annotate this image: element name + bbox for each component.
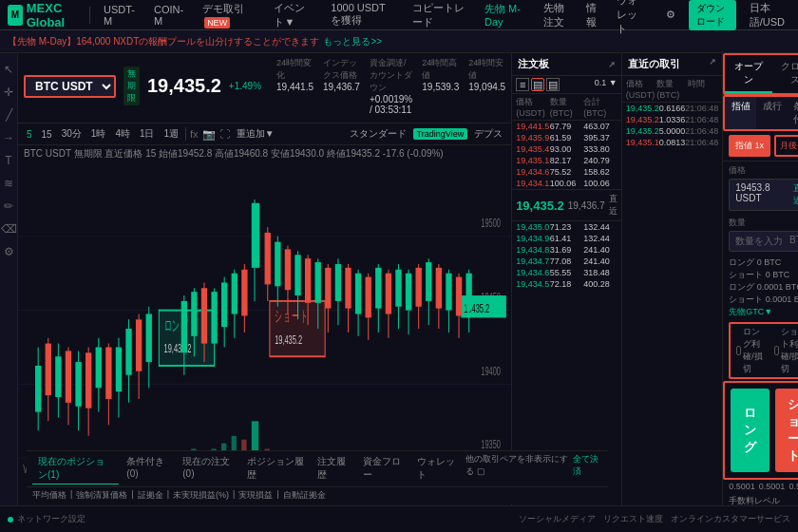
- ob-ask-row[interactable]: 19,435.4 93.00 333.80: [512, 143, 621, 155]
- text-tool-icon[interactable]: T: [0, 152, 17, 169]
- ob-depth-both[interactable]: ≡: [516, 78, 529, 91]
- btab-pos-history[interactable]: ポジション履歴: [241, 453, 310, 484]
- btab-fund-flow[interactable]: 資金フロー: [357, 453, 409, 484]
- tradingview-badge: TradingView: [413, 128, 468, 140]
- order-time-btn-2[interactable]: 月後 1x: [774, 135, 798, 157]
- eraser-icon[interactable]: ⌫: [0, 220, 17, 238]
- nav-item-lang[interactable]: 日本語/USD: [744, 1, 790, 29]
- rt-row[interactable]: 19,435.2 0.6166 21:06:48: [622, 103, 723, 114]
- hide-other-pairs[interactable]: 他の取引ペアを非表示にする ▢: [466, 453, 571, 484]
- checkbox-short-tp[interactable]: ショート利確/損切: [774, 326, 798, 375]
- nav-item-promo[interactable]: 1000 USDTを獲得: [325, 2, 399, 28]
- line-tool-icon[interactable]: ╱: [0, 106, 17, 124]
- tab-conditional[interactable]: 条件付き: [788, 97, 798, 129]
- brush-tool-icon[interactable]: ✏: [0, 198, 17, 215]
- ob-expand[interactable]: ↗: [608, 60, 616, 69]
- qty-input[interactable]: 数量を入力 BTC: [729, 231, 798, 252]
- footer-support[interactable]: オンラインカスタマーサービス: [671, 513, 790, 525]
- order-time-btn-1[interactable]: 指値 1x: [729, 135, 770, 157]
- svg-rect-77: [366, 277, 371, 318]
- ob-bid-row[interactable]: 19,434.6 55.55 318.48: [512, 267, 621, 278]
- long-button[interactable]: ロング: [731, 389, 769, 472]
- time-btn-1d[interactable]: 1日: [137, 126, 158, 142]
- checkbox-long-tp[interactable]: ロング利確/損切: [736, 326, 766, 375]
- gtc-dropdown[interactable]: 先物GTC▼: [729, 306, 798, 318]
- time-btn-1h[interactable]: 1時: [88, 126, 109, 142]
- fullscreen-icon[interactable]: ⛶: [219, 128, 230, 140]
- short-button[interactable]: ショート: [775, 389, 798, 472]
- tab-limit[interactable]: 指値: [725, 97, 756, 129]
- order-type-tabs: 指値 成行 条件付き: [723, 95, 798, 131]
- depth-btn[interactable]: デプス: [471, 126, 505, 142]
- checkbox-row: ロング利確/損切 ショート利確/損切: [729, 322, 798, 379]
- rt-row[interactable]: 19,435.1 0.0813 21:06:48: [622, 137, 723, 148]
- ob-bid-row[interactable]: 19,434.7 77.08 241.40: [512, 256, 621, 267]
- nav-item-event[interactable]: イベント▼: [268, 1, 317, 29]
- screenshot-icon[interactable]: 📷: [202, 128, 216, 141]
- checkbox-short-icon[interactable]: [774, 346, 779, 355]
- view-mode[interactable]: スタンダード: [347, 126, 409, 142]
- ob-bid-row[interactable]: 19,434.9 61.41 132.44: [512, 233, 621, 244]
- svg-rect-25: [116, 348, 122, 392]
- bottom-sub-row: 平均価格 | 強制清算価格 | 証拠金 | 未実現損益(%) | 実現損益 | …: [27, 487, 608, 504]
- ob-ask-row[interactable]: 19,434.6 75.52 158.62: [512, 166, 621, 178]
- nav-item-wallet[interactable]: ウォレット: [611, 0, 652, 36]
- ob-precision[interactable]: 0.1 ▼: [595, 78, 618, 91]
- indicator-icon[interactable]: fx: [190, 128, 199, 140]
- cursor-icon[interactable]: ↖: [0, 61, 17, 78]
- fib-tool-icon[interactable]: ≋: [0, 175, 17, 192]
- footer-social[interactable]: ソーシャルメディア: [519, 513, 596, 525]
- btab-conditional[interactable]: 条件付き(0): [121, 453, 175, 484]
- ob-depth-bids[interactable]: ▤: [546, 78, 560, 91]
- nav-item-usdt-m[interactable]: USDT-M: [98, 4, 141, 27]
- checkbox-long-icon[interactable]: [736, 346, 741, 355]
- btab-order-history[interactable]: 注文履歴: [312, 453, 355, 484]
- network-settings[interactable]: ネットワーク設定: [17, 513, 86, 525]
- rt-row[interactable]: 19,435.2 1.0336 21:06:48: [622, 114, 723, 125]
- settings-icon[interactable]: ⚙: [0, 243, 17, 260]
- time-btn-15[interactable]: 15: [39, 128, 55, 141]
- download-button[interactable]: ダウンロード: [689, 0, 736, 30]
- svg-rect-95: [456, 277, 462, 316]
- rt-row[interactable]: 19,435.2 5.0000 21:06:48: [622, 125, 723, 137]
- pair-selector[interactable]: BTC USDT: [24, 75, 116, 98]
- tab-market[interactable]: 成行: [756, 97, 788, 129]
- time-btn-30[interactable]: 30分: [59, 126, 85, 142]
- ray-tool-icon[interactable]: →: [0, 129, 17, 146]
- nav-item-settings[interactable]: ⚙: [660, 9, 681, 21]
- ob-ask-row[interactable]: 19,435.1 82.17 240.79: [512, 155, 621, 166]
- time-btn-4h[interactable]: 4時: [112, 126, 133, 142]
- ob-bid-row[interactable]: 19,434.8 31.69 241.40: [512, 244, 621, 256]
- clear-all[interactable]: 全て決済: [573, 453, 602, 484]
- btab-wallet[interactable]: ウォレット: [411, 453, 464, 484]
- nav-item-mday[interactable]: 先物 M-Day: [479, 2, 530, 28]
- nav-item-copy[interactable]: コピートレード: [407, 1, 471, 29]
- svg-rect-21: [96, 348, 102, 389]
- rt-expand[interactable]: ↗: [709, 57, 716, 71]
- svg-text:ショート: ショート: [275, 309, 308, 325]
- nav-item-demo[interactable]: デモ取引 NEW: [197, 2, 260, 28]
- crosshair-icon[interactable]: ✛: [0, 84, 17, 101]
- price-input[interactable]: 19453.8 USDT 直近: [729, 179, 798, 211]
- nav-item-futures-order[interactable]: 先物注文: [538, 1, 573, 29]
- tab-close[interactable]: クローズ: [772, 55, 798, 93]
- price-last[interactable]: 直近: [793, 182, 798, 207]
- ob-ask-row[interactable]: 19,434.1 100.06 100.06: [512, 178, 621, 189]
- time-btn-1w[interactable]: 1週: [162, 126, 182, 142]
- ob-ask-row[interactable]: 19,435.9 61.59 395.37: [512, 132, 621, 143]
- time-btn-5[interactable]: 5: [24, 128, 35, 141]
- btab-positions[interactable]: 現在のポジション(1): [32, 453, 119, 484]
- nav-item-coin-m[interactable]: COIN-M: [148, 4, 189, 27]
- reset-btn[interactable]: 重追加▼: [234, 126, 277, 142]
- ob-bid-row[interactable]: 19,434.5 72.18 400.28: [512, 278, 621, 290]
- ob-bid-row[interactable]: 19,435.0 71.23 132.44: [512, 221, 621, 233]
- footer-request[interactable]: リクエスト速度: [603, 513, 663, 525]
- svg-rect-51: [241, 270, 247, 316]
- tab-open[interactable]: オープン: [725, 55, 771, 93]
- subnav-link[interactable]: もっと見る>>: [323, 35, 382, 48]
- ob-ask-row[interactable]: 19,441.5 67.79 463.07: [512, 121, 621, 132]
- nav-item-info[interactable]: 情報: [580, 1, 604, 29]
- btab-orders[interactable]: 現在の注文(0): [177, 453, 239, 484]
- svg-rect-79: [375, 268, 381, 309]
- ob-depth-asks[interactable]: ▤: [531, 78, 544, 91]
